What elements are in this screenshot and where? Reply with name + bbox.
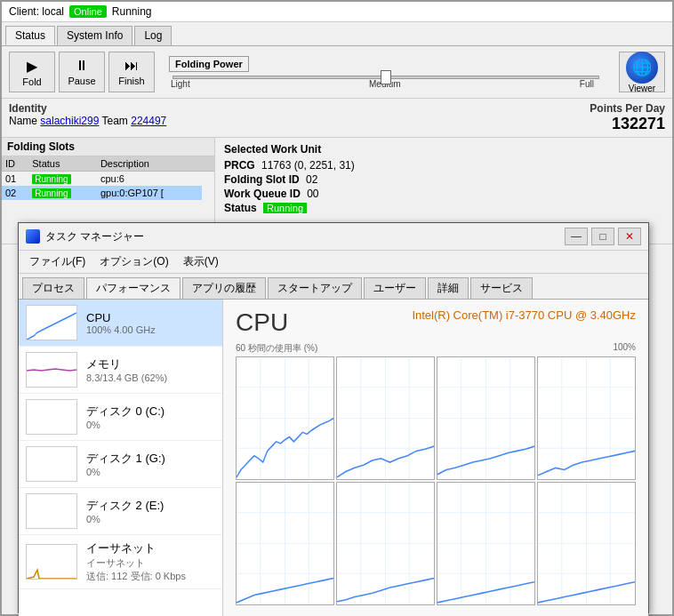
sidebar-item-disk0[interactable]: ディスク 0 (C:) 0%: [19, 394, 222, 441]
cpu-sidebar-detail: 100% 4.00 GHz: [86, 324, 215, 335]
identity-right: Points Per Day 132271: [590, 102, 665, 133]
name-label: Name: [9, 115, 40, 127]
fold-icon: ▶: [27, 58, 37, 75]
user-name-link[interactable]: salachiki299: [40, 115, 99, 127]
disk2-info: ディスク 2 (E:) 0%: [86, 498, 215, 524]
svg-rect-3: [27, 447, 77, 482]
sidebar-item-disk2[interactable]: ディスク 2 (E:) 0%: [19, 488, 222, 535]
slider-label-full: Full: [580, 79, 594, 89]
disk1-info: ディスク 1 (G:) 0%: [86, 451, 215, 477]
window-controls: — □ ✕: [565, 228, 641, 245]
viewer-button[interactable]: 🌐 Viewer: [619, 52, 665, 92]
minimize-button[interactable]: —: [565, 228, 588, 245]
slot-status-2: Running: [28, 186, 97, 200]
table-row[interactable]: 01 Running cpu:6: [2, 172, 214, 187]
fah-tab-bar: Status System Info Log: [2, 22, 672, 46]
fold-button[interactable]: ▶ Fold: [9, 52, 55, 92]
ethernet-sidebar-detail2: 送信: 112 受信: 0 Kbps: [86, 570, 215, 583]
disk0-info: ディスク 0 (C:) 0%: [86, 404, 215, 430]
cpu-core-graph-6: [336, 482, 435, 605]
tab-status[interactable]: Status: [5, 26, 55, 45]
taskmgr-icon: [26, 229, 40, 244]
cpu-model: Intel(R) Core(TM) i7-3770 CPU @ 3.40GHz: [412, 308, 636, 322]
tab-app-history[interactable]: アプリの履歴: [182, 277, 266, 299]
tab-log[interactable]: Log: [134, 26, 172, 45]
graph-label-right: 100%: [613, 342, 636, 355]
fah-running-status: Running: [112, 5, 152, 18]
sidebar-item-disk1[interactable]: ディスク 1 (G:) 0%: [19, 441, 222, 488]
work-unit-title: Selected Work Unit: [224, 143, 663, 156]
taskmgr-title-text: タスク マネージャー: [45, 229, 144, 244]
sidebar-item-memory[interactable]: メモリ 8.3/13.4 GB (62%): [19, 347, 222, 394]
svg-rect-4: [27, 494, 77, 529]
team-value-link[interactable]: 224497: [131, 115, 166, 127]
close-button[interactable]: ✕: [618, 228, 641, 245]
tab-users[interactable]: ユーザー: [364, 277, 426, 299]
disk1-sidebar-name: ディスク 1 (G:): [86, 451, 215, 467]
tab-detail[interactable]: 詳細: [428, 277, 469, 299]
work-queue-id-row: Work Queue ID 00: [224, 188, 663, 200]
cpu-core-graph-8: [537, 482, 636, 605]
svg-rect-5: [27, 545, 77, 580]
points-per-day-value: 132271: [612, 115, 665, 132]
cpu-header: CPU Intel(R) Core(TM) i7-3770 CPU @ 3.40…: [236, 308, 636, 337]
folding-slots-title: Folding Slots: [2, 138, 214, 156]
fold-label: Fold: [22, 76, 41, 87]
cpu-graph-labels: 60 秒間の使用率 (%) 100%: [236, 342, 636, 355]
col-id: ID: [2, 156, 28, 172]
online-badge: Online: [69, 5, 107, 18]
slider-label-light: Light: [171, 79, 190, 89]
taskmgr-title-left: タスク マネージャー: [26, 229, 144, 244]
prcg-value: 11763 (0, 2251, 31): [261, 159, 355, 172]
cpu-core-graph-4: [537, 356, 636, 480]
menu-file[interactable]: ファイル(F): [22, 252, 92, 271]
table-row[interactable]: 02 Running gpu:0:GP107 [: [2, 186, 214, 200]
pause-button[interactable]: ⏸ Pause: [59, 52, 105, 92]
identity-label: Identity: [9, 102, 47, 115]
disk1-mini-graph: [26, 446, 77, 482]
disk2-sidebar-detail: 0%: [86, 514, 215, 524]
fah-toolbar: ▶ Fold ⏸ Pause ⏭ Finish Folding Power Li…: [2, 46, 672, 99]
tab-startup[interactable]: スタートアップ: [268, 277, 362, 299]
col-scroll: [202, 156, 214, 172]
finish-button[interactable]: ⏭ Finish: [108, 52, 155, 92]
memory-sidebar-detail: 8.3/13.4 GB (62%): [86, 372, 215, 383]
finish-label: Finish: [118, 76, 144, 86]
viewer-label: Viewer: [629, 84, 655, 93]
fah-title: Client: local: [9, 5, 64, 18]
tab-service[interactable]: サービス: [470, 277, 533, 299]
tab-performance[interactable]: パフォーマンス: [86, 277, 181, 299]
cpu-mini-graph: [26, 305, 77, 340]
cpu-graphs-grid: [236, 356, 636, 605]
finish-icon: ⏭: [124, 58, 139, 74]
points-per-day-label: Points Per Day: [590, 102, 665, 115]
slot-id-2: 02: [2, 186, 28, 200]
tab-system-info[interactable]: System Info: [57, 26, 132, 45]
folding-power-slider[interactable]: [173, 76, 599, 79]
viewer-icon: 🌐: [626, 52, 658, 84]
disk2-mini-graph: [26, 493, 77, 529]
cpu-core-graph-2: [336, 356, 435, 480]
folding-slot-id-value: 02: [306, 173, 317, 186]
disk1-sidebar-detail: 0%: [86, 467, 215, 477]
team-label: Team: [102, 115, 132, 127]
sidebar-item-cpu[interactable]: CPU 100% 4.00 GHz: [19, 300, 222, 347]
pause-icon: ⏸: [75, 58, 89, 74]
col-description: Description: [97, 156, 202, 172]
work-queue-id-value: 00: [307, 188, 318, 200]
perf-main: CPU Intel(R) Core(TM) i7-3770 CPU @ 3.40…: [223, 300, 648, 616]
folding-power-section: Folding Power Light Medium Full: [169, 56, 615, 89]
slot-desc-2: gpu:0:GP107 [: [97, 186, 202, 200]
slot-id-1: 01: [2, 172, 28, 187]
cpu-core-graph-1: [236, 356, 334, 480]
sidebar-item-ethernet[interactable]: イーサネット イーサネット 送信: 112 受信: 0 Kbps: [19, 535, 222, 589]
prcg-row: PRCG 11763 (0, 2251, 31): [224, 159, 663, 172]
identity-section: Identity Name salachiki299 Team 224497 P…: [2, 99, 672, 138]
menu-view[interactable]: 表示(V): [176, 252, 226, 271]
pause-label: Pause: [68, 76, 95, 86]
maximize-button[interactable]: □: [591, 228, 614, 245]
memory-sidebar-name: メモリ: [86, 356, 215, 372]
menu-options[interactable]: オプション(O): [92, 252, 175, 271]
cpu-core-graph-5: [236, 482, 334, 605]
tab-process[interactable]: プロセス: [22, 277, 84, 299]
